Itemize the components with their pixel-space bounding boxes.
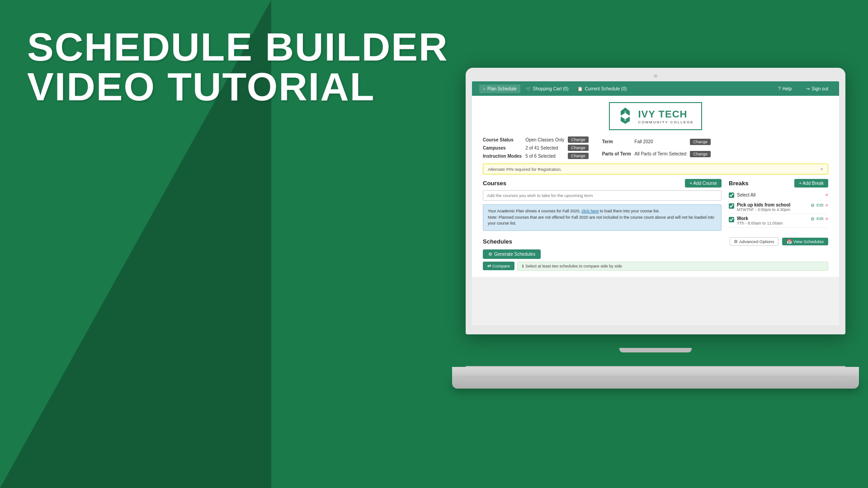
svg-rect-0 (624, 111, 626, 121)
course-status-change-btn[interactable]: Change (568, 136, 589, 143)
instruction-modes-change-btn[interactable]: Change (568, 153, 589, 159)
campuses-label: Campuses (483, 145, 522, 150)
add-course-btn[interactable]: + Add Course (685, 179, 722, 188)
notice-link-suffix: to load them into your course list. (600, 209, 660, 213)
alert-bar: Alternate PIN required for Registration.… (483, 164, 828, 174)
break-info-1: Work TTh - 8:00am to 11:00am (737, 216, 808, 225)
plan-schedule-icon: ○ (483, 86, 486, 91)
app-content: IVY TECH COMMUNITY COLLEGE Course Status… (472, 96, 839, 277)
break-name-1: Work (737, 216, 808, 221)
term-change-btn[interactable]: Change (690, 139, 711, 145)
break-gear-icon-1: ⚙ (811, 216, 815, 221)
app-ui: ○ Plan Schedule 🛒 Shopping Cart (0) 📋 Cu… (472, 81, 839, 325)
view-schedules-calendar-icon: 📅 (787, 239, 792, 244)
instruction-modes-label: Instruction Modes (483, 154, 522, 159)
compare-icon: ⇄ (487, 263, 491, 268)
view-schedules-btn[interactable]: 📅 View Schedules (782, 238, 828, 245)
settings-right: Term Fall 2020 Change Parts of Term All … (602, 136, 711, 159)
title-section: SCHEDULE BUILDER VIDEO TUTORIAL (27, 27, 448, 107)
compare-hint-info-icon: ℹ (522, 264, 524, 268)
breaks-panel: Breaks + Add Break Select All × (729, 179, 828, 231)
courses-header: Courses + Add Course (483, 179, 722, 188)
compare-btn[interactable]: ⇄ Compare (483, 262, 514, 270)
schedules-title: Schedules (483, 238, 512, 245)
compare-hint-text: Select at least two schedules to compare… (525, 264, 622, 268)
nav-shopping-cart-label: Shopping Cart (0) (533, 86, 569, 91)
break-gear-icon-0: ⚙ (811, 203, 815, 208)
schedules-controls: ⚙ Advanced Options 📅 View Schedules (730, 237, 828, 246)
break-edit-btn-1[interactable]: Edit (816, 216, 824, 221)
alert-close-btn[interactable]: × (821, 166, 823, 172)
break-info-0: Pick up kids from school MTWThF - 3:00pm… (737, 202, 808, 212)
nav-help[interactable]: ? Help (774, 84, 795, 93)
campuses-value: 2 of 41 Selected (525, 145, 564, 150)
schedules-header: Schedules ⚙ Advanced Options 📅 View Sche… (483, 237, 828, 246)
break-edit-btn-0[interactable]: Edit (816, 203, 824, 207)
title-line2: VIDEO TUTORIAL (27, 64, 375, 109)
advanced-options-btn[interactable]: ⚙ Advanced Options (730, 237, 778, 246)
courses-input[interactable] (483, 190, 722, 201)
break-time-0: MTWThF - 3:00pm to 4:30pm (737, 207, 808, 212)
breaks-header: Breaks + Add Break (729, 179, 828, 188)
laptop-screen: ○ Plan Schedule 🛒 Shopping Cart (0) 📋 Cu… (472, 81, 839, 325)
courses-panel: Courses + Add Course Your Academic Plan … (483, 179, 722, 231)
nav-sign-out-label: Sign out (811, 86, 828, 91)
ivy-tech-logo-icon (617, 107, 633, 126)
term-label: Term (602, 139, 631, 144)
logo-box: IVY TECH COMMUNITY COLLEGE (609, 102, 702, 130)
parts-of-term-change-btn[interactable]: Change (690, 151, 711, 157)
break-checkbox-1[interactable] (729, 217, 734, 222)
break-item-0: Pick up kids from school MTWThF - 3:00pm… (729, 201, 828, 214)
break-name-0: Pick up kids from school (737, 202, 808, 207)
break-actions-0: ⚙ Edit × (811, 202, 828, 208)
logo-text: IVY TECH COMMUNITY COLLEGE (638, 108, 693, 124)
break-delete-btn-0[interactable]: × (826, 202, 828, 208)
nav-current-schedule[interactable]: 📋 Current Schedule (0) (574, 84, 630, 93)
two-cols: Courses + Add Course Your Academic Plan … (483, 179, 828, 231)
courses-title: Courses (483, 180, 506, 187)
nav-current-schedule-label: Current Schedule (0) (585, 86, 627, 91)
courses-notice: Your Academic Plan shows 4 courses for F… (483, 204, 722, 231)
select-all-label: Select All (737, 192, 755, 197)
parts-of-term-label: Parts of Term (602, 151, 631, 156)
laptop-camera (654, 74, 657, 78)
help-icon: ? (778, 86, 781, 91)
term-value: Fall 2020 (635, 139, 687, 144)
laptop-notch (619, 348, 692, 352)
nav-left: ○ Plan Schedule 🛒 Shopping Cart (0) 📋 Cu… (479, 84, 630, 93)
course-status-label: Course Status (483, 137, 522, 142)
generate-schedules-btn[interactable]: ⚙ Generate Schedules (483, 249, 541, 259)
break-checkbox-0[interactable] (729, 203, 734, 209)
current-schedule-icon: 📋 (577, 86, 583, 91)
select-all-checkbox[interactable] (729, 192, 734, 198)
logo-area: IVY TECH COMMUNITY COLLEGE (483, 102, 828, 130)
nav-help-label: Help (783, 86, 792, 91)
logo-community: COMMUNITY COLLEGE (638, 120, 693, 124)
nav-shopping-cart[interactable]: 🛒 Shopping Cart (0) (522, 84, 572, 93)
break-delete-btn-1[interactable]: × (826, 216, 828, 221)
breaks-title: Breaks (729, 180, 748, 187)
add-break-btn[interactable]: + Add Break (794, 179, 828, 188)
instruction-modes-value: 5 of 6 Selected (525, 154, 564, 159)
notice-link[interactable]: click here (581, 209, 599, 213)
notice-warning: Note: Planned courses that are not offer… (488, 215, 714, 226)
compare-row: ⇄ Compare ℹ Select at least two schedule… (483, 262, 828, 271)
laptop-screen-bezel: ○ Plan Schedule 🛒 Shopping Cart (0) 📋 Cu… (466, 68, 845, 334)
logo-ivy: IVY TECH (638, 108, 693, 120)
nav-plan-schedule-label: Plan Schedule (487, 86, 517, 91)
app-navbar: ○ Plan Schedule 🛒 Shopping Cart (0) 📋 Cu… (472, 81, 839, 96)
advanced-options-gear-icon: ⚙ (734, 239, 738, 244)
parts-of-term-value: All Parts of Term Selected (635, 151, 687, 156)
nav-right: ? Help ↪ Sign out (774, 84, 832, 93)
sign-out-icon: ↪ (806, 86, 810, 91)
laptop-feet (452, 378, 859, 389)
settings-left: Course Status Open Classes Only Change C… (483, 136, 589, 159)
course-status-value: Open Classes Only (525, 137, 564, 142)
nav-sign-out[interactable]: ↪ Sign out (802, 84, 832, 93)
break-actions-1: ⚙ Edit × (811, 216, 828, 221)
select-all-delete[interactable]: × (826, 192, 828, 197)
campuses-change-btn[interactable]: Change (568, 145, 589, 151)
select-all-row: Select All × (729, 190, 828, 201)
title-line1: SCHEDULE BUILDER (27, 24, 448, 69)
nav-plan-schedule[interactable]: ○ Plan Schedule (479, 84, 520, 93)
